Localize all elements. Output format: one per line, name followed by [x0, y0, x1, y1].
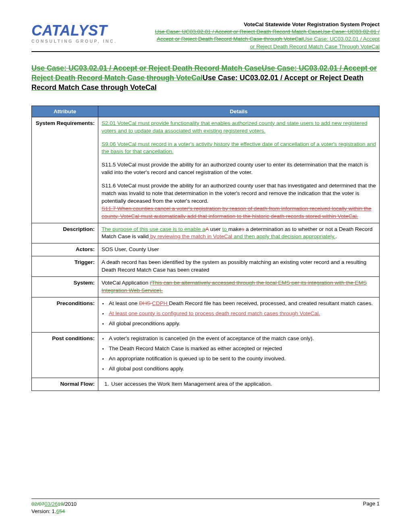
attr-label: Description: [32, 223, 98, 243]
main-heading: Use Case: UC03.02.01 / Accept or Reject … [31, 63, 380, 93]
attr-label: Actors: [32, 243, 98, 256]
attr-label: Preconditions: [32, 297, 98, 332]
row-system: System: VoteCal Application (This can be… [32, 277, 380, 297]
list-item: An appropriate notification is queued up… [109, 355, 376, 363]
attr-label: System Requirements: [32, 117, 98, 223]
attr-details: A death record has been identified by th… [98, 256, 380, 277]
attr-details: VoteCal Application (This can be alterna… [98, 277, 380, 297]
header-right: VoteCal Statewide Voter Registration Sys… [154, 21, 380, 50]
list-item: At least one county is configured to pro… [109, 310, 376, 318]
footer-left: 02/0703/2619/2010 Version: 1.654 [31, 501, 77, 515]
list-item: At least one DHS CDPH Death Record file … [109, 300, 376, 308]
list-item: All global post conditions apply. [109, 365, 376, 373]
th-attribute: Attribute [32, 106, 98, 117]
attr-details: SOS User, County User [98, 243, 380, 256]
footer-page: Page 1 [363, 501, 380, 515]
page-footer: 02/0703/2619/2010 Version: 1.654 Page 1 [31, 499, 380, 515]
header-usecase-link: Use Case: UC03.02.01 / Accept or Reject … [154, 28, 380, 50]
usecase-table: Attribute Details System Requirements: S… [31, 106, 380, 391]
list-item: A voter's registration is cancelled (in … [109, 335, 376, 343]
attr-label: Trigger: [32, 256, 98, 277]
attr-details: S2.01 VoteCal must provide functionality… [98, 117, 380, 223]
row-postconditions: Post conditions: A voter's registration … [32, 332, 380, 378]
row-preconditions: Preconditions: At least one DHS CDPH Dea… [32, 297, 380, 332]
page-header: CATALYST CONSULTING GROUP, INC. VoteCal … [31, 21, 380, 52]
list-item: All global preconditions apply. [109, 320, 376, 328]
list-item: The Death Record Match Case is marked as… [109, 345, 376, 353]
row-normal-flow: Normal Flow: User accesses the Work Item… [32, 378, 380, 391]
row-system-requirements: System Requirements: S2.01 VoteCal must … [32, 117, 380, 223]
attr-details: User accesses the Work Item Management a… [98, 378, 380, 391]
attr-details: At least one DHS CDPH Death Record file … [98, 297, 380, 332]
logo-main: CATALYST [31, 23, 117, 38]
row-description: Description: The purpose of this use cas… [32, 223, 380, 243]
attr-label: Normal Flow: [32, 378, 98, 391]
attr-details: A voter's registration is cancelled (in … [98, 332, 380, 378]
attr-label: System: [32, 277, 98, 297]
row-trigger: Trigger: A death record has been identif… [32, 256, 380, 277]
th-details: Details [98, 106, 380, 117]
attr-details: The purpose of this use case is to enabl… [98, 223, 380, 243]
logo: CATALYST CONSULTING GROUP, INC. [31, 21, 117, 44]
row-actors: Actors: SOS User, County User [32, 243, 380, 256]
attr-label: Post conditions: [32, 332, 98, 378]
project-title: VoteCal Statewide Voter Registration Sys… [154, 21, 380, 28]
logo-subtitle: CONSULTING GROUP, INC. [31, 39, 117, 44]
list-item: User accesses the Work Item Management a… [110, 380, 376, 388]
